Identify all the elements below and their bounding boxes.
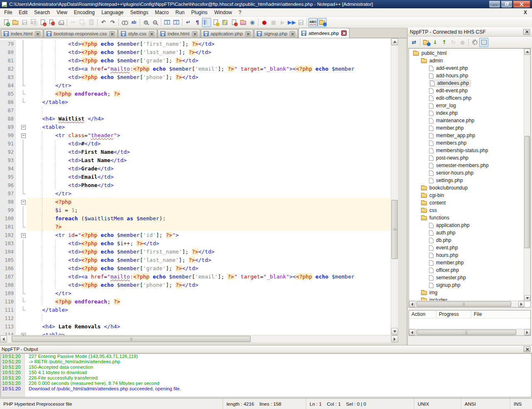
close-file-button[interactable]: - (38, 18, 47, 27)
ftp-connect-button[interactable]: ⇄ (409, 38, 419, 47)
tab-close-icon[interactable] (35, 31, 40, 37)
macro-run-multiple-button[interactable]: ▶▶ (287, 18, 296, 27)
fold-margin[interactable] (20, 173, 27, 181)
bookmark-margin[interactable] (16, 48, 20, 57)
nppftp-show-button[interactable] (318, 18, 327, 27)
scroll-left-button[interactable] (409, 329, 415, 335)
bookmark-margin[interactable] (16, 256, 20, 264)
restore-button[interactable] (501, 1, 512, 8)
scroll-left-button[interactable] (0, 335, 7, 342)
bookmark-margin[interactable] (16, 115, 20, 123)
tree-item-hours.php[interactable]: hours.php (409, 251, 524, 259)
sync-horizontal-button[interactable] (172, 18, 181, 27)
copy-button[interactable] (78, 18, 87, 27)
bookmark-margin[interactable] (16, 106, 20, 115)
line-number[interactable]: 95 (0, 173, 16, 181)
bookmark-margin[interactable] (16, 273, 20, 281)
tree-vscroll-thumb[interactable] (525, 136, 530, 248)
fold-margin[interactable] (20, 181, 27, 190)
close-button[interactable] (513, 1, 530, 8)
tree-vertical-scrollbar[interactable] (524, 49, 530, 301)
fold-margin[interactable] (20, 48, 27, 57)
line-number[interactable]: 106 (0, 264, 16, 273)
scroll-down-button[interactable] (524, 295, 530, 301)
fold-margin[interactable] (20, 98, 27, 106)
macro-record-button[interactable]: ● (260, 18, 269, 27)
tree-item-edit-officers.php[interactable]: edit-officers.php (409, 94, 524, 102)
bookmark-margin[interactable] (16, 40, 20, 48)
fold-margin[interactable] (20, 298, 27, 306)
spell-check-button[interactable]: ABC (308, 18, 318, 27)
bookmark-margin[interactable] (16, 239, 20, 248)
bookmark-margin[interactable] (16, 306, 20, 314)
tab-close-icon[interactable] (341, 30, 347, 36)
fold-margin[interactable] (20, 190, 27, 198)
tab-attendees.php[interactable]: attendees.php (298, 28, 350, 38)
line-number[interactable]: 101 (0, 223, 16, 231)
tree-item-event.php[interactable]: event.php (409, 244, 524, 251)
cut-button[interactable]: ✂ (69, 18, 78, 27)
editor-vertical-scrollbar[interactable] (391, 38, 398, 335)
fold-margin[interactable] (20, 273, 27, 281)
tree-item-maintenance.php[interactable]: maintenance.php (409, 117, 524, 124)
tab-application.php[interactable]: application.php (201, 29, 254, 38)
line-number[interactable]: 98 (0, 198, 16, 206)
ftp-download-button[interactable]: ↓ (431, 38, 440, 47)
tab-index.html[interactable]: index.html (158, 29, 200, 38)
menu-item-search[interactable]: Search (31, 9, 53, 16)
function-list-button[interactable] (211, 18, 220, 27)
menu-item-macro[interactable]: Macro (152, 9, 172, 16)
line-number[interactable]: 91 (0, 140, 16, 148)
bookmark-margin[interactable] (16, 131, 20, 140)
save-all-button[interactable] (29, 18, 38, 27)
bookmark-margin[interactable] (16, 57, 20, 65)
menu-item-[interactable]: ? (235, 9, 245, 16)
line-number[interactable]: 109 (0, 289, 16, 298)
tree-item-add-hours.php[interactable]: add-hours.php (409, 72, 524, 79)
menu-item-file[interactable]: File (1, 9, 15, 16)
queue-horizontal-scrollbar[interactable] (409, 329, 530, 335)
bookmark-margin[interactable] (16, 73, 20, 81)
bookmark-margin[interactable] (16, 90, 20, 98)
ftp-messages-button[interactable] (479, 38, 488, 47)
line-number[interactable]: 108 (0, 281, 16, 289)
fold-margin[interactable] (20, 314, 27, 323)
line-number[interactable]: 93 (0, 156, 16, 165)
tree-item-add-event.php[interactable]: add-event.php (409, 64, 524, 72)
find-button[interactable] (120, 18, 129, 27)
word-wrap-button[interactable]: ↵ (184, 18, 193, 27)
ftp-upload-button[interactable]: ↑ (440, 38, 449, 47)
editor-horizontal-scrollbar[interactable] (0, 335, 398, 342)
scroll-right-button[interactable] (391, 335, 398, 342)
macro-stop-button[interactable]: ■ (269, 18, 278, 27)
fold-margin[interactable] (20, 123, 27, 131)
line-number[interactable]: 99 (0, 206, 16, 214)
status-encoding[interactable]: ANSI (461, 399, 510, 409)
tree-item-auth.php[interactable]: auth.php (409, 229, 524, 237)
line-number[interactable]: 97 (0, 190, 16, 198)
tree-item-member.php[interactable]: member.php (409, 124, 524, 132)
tree-item-member_app.php[interactable]: member_app.php (409, 132, 524, 139)
line-number[interactable]: 82 (0, 65, 16, 73)
editor-vscroll-thumb[interactable] (392, 200, 398, 259)
line-number[interactable]: 102 (0, 231, 16, 239)
scroll-left-button[interactable] (409, 301, 415, 307)
tree-item-officer.php[interactable]: officer.php (409, 266, 524, 274)
line-number[interactable]: 81 (0, 57, 16, 65)
fold-margin[interactable] (20, 239, 27, 248)
tree-item-css[interactable]: css (409, 207, 524, 214)
fold-margin[interactable] (20, 40, 27, 48)
line-number[interactable]: 80 (0, 48, 16, 57)
tab-close-icon[interactable] (109, 31, 115, 37)
bookmark-margin[interactable] (16, 140, 20, 148)
document-close-x-button[interactable]: X (520, 10, 531, 15)
tree-item-membership-status.php[interactable]: membership-status.php (409, 147, 524, 154)
show-all-characters-button[interactable]: ¶ (193, 18, 202, 27)
tree-item-semester-members.php[interactable]: semester-members.php (409, 162, 524, 169)
code-editor[interactable]: 79 <td><?php echo $member['first_name'];… (0, 38, 398, 335)
menu-item-encoding[interactable]: Encoding (71, 9, 98, 16)
fold-margin[interactable] (20, 165, 27, 173)
bookmark-margin[interactable] (16, 81, 20, 90)
line-number[interactable]: 100 (0, 214, 16, 223)
tree-item-settings.php[interactable]: settings.php (409, 177, 524, 184)
